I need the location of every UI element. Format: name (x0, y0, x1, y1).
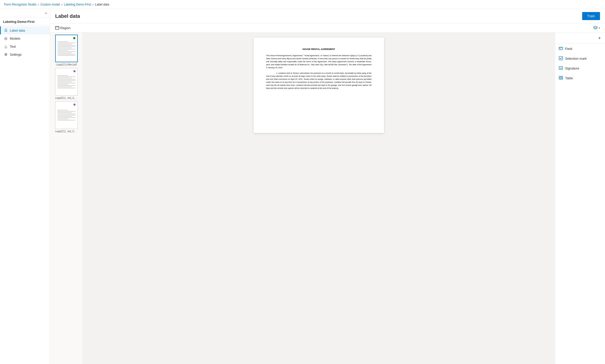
thumb-line (58, 49, 75, 49)
thumb-line (58, 45, 75, 46)
thumb-img-1 (55, 35, 78, 62)
sidebar-collapse-area: « (0, 9, 50, 17)
labels-panel: + Field (555, 33, 605, 364)
sidebar-models-text: Models (10, 37, 20, 40)
thumb-status-dot-2 (73, 70, 76, 73)
doc-page: HOUSE RENTAL AGREEMENT This House Rental… (254, 38, 384, 133)
thumb-line (57, 82, 72, 82)
thumb-label-2: Legal(21)...led_02.pdf (55, 97, 78, 99)
thumbnail-item-1[interactable]: Legal(21)-filled.pdf (52, 35, 81, 66)
breadcrumb: Form Recognizer Studio › Custom model › … (0, 0, 605, 9)
train-button[interactable]: Train (582, 12, 600, 20)
doc-title: HOUSE RENTAL AGREEMENT (266, 48, 371, 51)
thumb-line (57, 117, 75, 118)
thumb-img-3 (55, 101, 78, 129)
thumb-line (57, 116, 72, 117)
label-item-field[interactable]: Field (555, 44, 605, 54)
region-button[interactable]: Region (53, 25, 72, 31)
thumb-line (57, 120, 75, 120)
thumb-line (57, 115, 75, 115)
layers-icon (593, 26, 598, 30)
thumb-line (57, 88, 75, 88)
signature-icon (559, 66, 563, 71)
label-item-selection-mark[interactable]: Selection mark (555, 54, 605, 63)
layers-chevron-icon: ▾ (599, 27, 600, 29)
sidebar-test-text: Test (10, 45, 16, 48)
table-label: Table (565, 76, 573, 80)
field-icon (559, 46, 563, 51)
toolbar-left: Region (53, 25, 72, 31)
models-icon: ◎ (4, 36, 8, 40)
doc-paragraph-1: This House Rental Agreement ("Agreement,… (266, 54, 371, 69)
thumb-line (57, 79, 75, 80)
sidebar-label-data-text: Label data (10, 29, 25, 32)
svg-rect-3 (559, 47, 563, 50)
thumb-line (57, 78, 72, 78)
breadcrumb-custom-model[interactable]: Custom model (40, 3, 60, 6)
breadcrumb-labeling-demo[interactable]: Labeling Demo-First (64, 3, 91, 6)
collapse-sidebar-button[interactable]: « (44, 11, 48, 16)
thumb-line (57, 114, 75, 114)
thumb-line (58, 54, 75, 54)
sidebar-item-models[interactable]: ◎ Models (0, 34, 50, 42)
breadcrumb-current: Label data (95, 3, 109, 6)
field-label: Field (565, 47, 572, 51)
thumb-line (58, 43, 75, 43)
sidebar: « Labeling Demo-First ☰ Label data ◎ Mod… (0, 9, 50, 364)
add-label-button[interactable]: + (596, 35, 603, 42)
workspace-container: Region ▾ (50, 23, 605, 364)
breadcrumb-sep-1: › (38, 3, 39, 6)
svg-rect-6 (559, 56, 563, 60)
thumb-line (58, 53, 72, 53)
selection-mark-label: Selection mark (565, 57, 587, 60)
thumb-line (58, 55, 75, 56)
sidebar-nav: ☰ Label data ◎ Models △ Test ⚙ Settings (0, 25, 50, 59)
page-header: Label data Train (50, 9, 605, 23)
thumb-line (57, 77, 75, 77)
thumb-line (58, 44, 72, 44)
region-label: Region (60, 26, 70, 30)
table-icon (559, 76, 563, 81)
doc-viewer: HOUSE RENTAL AGREEMENT This House Rental… (83, 33, 555, 364)
thumb-line (58, 48, 72, 48)
sidebar-item-settings[interactable]: ⚙ Settings (0, 50, 50, 58)
project-name: Labeling Demo-First (0, 17, 50, 25)
settings-icon: ⚙ (4, 52, 8, 56)
svg-rect-0 (55, 26, 59, 29)
toolbar-right: ▾ (591, 25, 602, 31)
toolbar-row: Region ▾ (50, 23, 605, 33)
layers-button[interactable]: ▾ (591, 25, 602, 31)
doc-body: This House Rental Agreement ("Agreement,… (266, 54, 371, 90)
thumbnail-item-2[interactable]: Legal(21)...led_02.pdf (52, 68, 81, 99)
thumb-status-dot-3 (73, 103, 76, 106)
region-icon (55, 26, 59, 30)
thumb-line (57, 83, 75, 83)
breadcrumb-sep-2: › (61, 3, 62, 6)
thumb-line (57, 110, 68, 110)
thumb-line (57, 75, 68, 76)
thumb-label-3: Legal(21)...led_03.pdf (55, 130, 78, 133)
thumb-line (58, 46, 75, 47)
test-icon: △ (4, 44, 8, 48)
content-area: Label data Train Region (50, 9, 605, 364)
sidebar-item-label-data[interactable]: ☰ Label data (0, 26, 50, 34)
breadcrumb-form-recognizer[interactable]: Form Recognizer Studio (4, 3, 36, 6)
label-item-signature[interactable]: Signature (555, 63, 605, 73)
label-data-icon: ☰ (4, 28, 8, 32)
page-title: Label data (55, 13, 80, 19)
thumb-line (57, 111, 75, 112)
thumb-status-dot-1 (73, 37, 76, 40)
sidebar-item-test[interactable]: △ Test (0, 42, 50, 50)
label-item-table[interactable]: Table (555, 73, 605, 83)
labels-panel-header: + (555, 33, 605, 44)
sidebar-settings-text: Settings (10, 53, 22, 56)
thumb-img-2 (55, 68, 78, 96)
doc-paragraph-2: 1. Landlord rents to Tenant, unfurnished… (266, 72, 371, 90)
thumb-line (57, 119, 68, 119)
label-list: Field Selection mark (555, 44, 605, 83)
thumbnail-item-3[interactable]: Legal(21)...led_03.pdf (52, 101, 81, 133)
thumb-line (58, 51, 75, 52)
thumb-line (57, 87, 72, 87)
thumbnail-panel: Legal(21)-filled.pdf (50, 33, 83, 364)
svg-marker-2 (593, 26, 597, 28)
